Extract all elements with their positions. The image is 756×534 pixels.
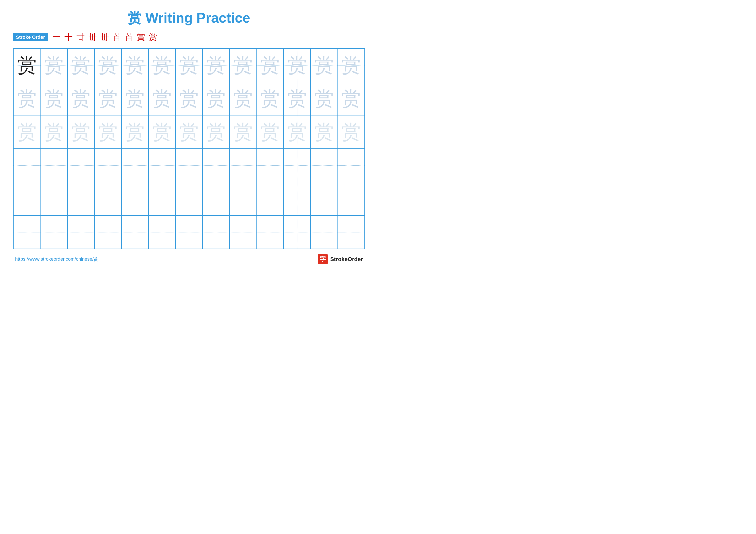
char-display: 赏 xyxy=(179,56,199,75)
cell-5-5[interactable] xyxy=(122,182,148,216)
cell-6-6[interactable] xyxy=(148,216,176,249)
cell-2-6: 赏 xyxy=(148,82,176,115)
cell-4-11[interactable] xyxy=(284,149,310,182)
grid-row-3: 赏 赏 赏 赏 赏 赏 赏 赏 赏 xyxy=(14,115,364,149)
cell-1-9: 赏 xyxy=(230,48,256,82)
char-display: 赏 xyxy=(152,89,172,108)
cell-5-2[interactable] xyxy=(40,182,67,216)
stroke-1: 一 xyxy=(52,32,61,43)
char-display: 赏 xyxy=(287,89,307,108)
cell-4-8[interactable] xyxy=(202,149,230,182)
cell-3-12: 赏 xyxy=(310,115,338,149)
stroke-order-chars: 一 十 廿 丗 丗 苩 苩 賞 赏 xyxy=(52,32,157,43)
cell-1-10: 赏 xyxy=(257,48,284,82)
logo-char: 字 xyxy=(320,255,326,263)
cell-2-1: 赏 xyxy=(14,82,40,115)
cell-6-5[interactable] xyxy=(122,216,148,249)
cell-6-9[interactable] xyxy=(230,216,256,249)
cell-5-6[interactable] xyxy=(148,182,176,216)
stroke-6: 苩 xyxy=(113,32,121,43)
char-display: 赏 xyxy=(71,122,91,142)
char-display: 赏 xyxy=(17,122,37,142)
cell-3-1: 赏 xyxy=(14,115,40,149)
cell-2-13: 赏 xyxy=(338,82,364,115)
cell-4-3[interactable] xyxy=(68,149,94,182)
cell-4-4[interactable] xyxy=(94,149,121,182)
cell-2-2: 赏 xyxy=(40,82,67,115)
char-display: 赏 xyxy=(71,56,91,75)
cell-5-13[interactable] xyxy=(338,182,364,216)
cell-5-3[interactable] xyxy=(68,182,94,216)
grid-row-2: 赏 赏 赏 赏 赏 赏 赏 赏 赏 xyxy=(14,82,364,115)
cell-4-7[interactable] xyxy=(176,149,202,182)
cell-4-12[interactable] xyxy=(310,149,338,182)
char-display: 赏 xyxy=(233,89,253,108)
char-display: 赏 xyxy=(260,56,280,75)
char-display: 赏 xyxy=(206,56,226,75)
cell-5-7[interactable] xyxy=(176,182,202,216)
cell-4-5[interactable] xyxy=(122,149,148,182)
cell-3-9: 赏 xyxy=(230,115,256,149)
cell-4-9[interactable] xyxy=(230,149,256,182)
stroke-2: 十 xyxy=(65,32,73,43)
cell-6-3[interactable] xyxy=(68,216,94,249)
cell-6-4[interactable] xyxy=(94,216,121,249)
grid-row-4 xyxy=(14,149,364,182)
cell-2-7: 赏 xyxy=(176,82,202,115)
cell-6-11[interactable] xyxy=(284,216,310,249)
cell-5-12[interactable] xyxy=(310,182,338,216)
cell-6-1[interactable] xyxy=(14,216,40,249)
cell-1-8: 赏 xyxy=(202,48,230,82)
cell-4-2[interactable] xyxy=(40,149,67,182)
cell-6-12[interactable] xyxy=(310,216,338,249)
cell-2-11: 赏 xyxy=(284,82,310,115)
cell-5-1[interactable] xyxy=(14,182,40,216)
cell-1-13: 赏 xyxy=(338,48,364,82)
char-display: 赏 xyxy=(341,89,361,108)
char-display: 赏 xyxy=(98,89,118,108)
char-display: 赏 xyxy=(71,89,91,108)
cell-4-1[interactable] xyxy=(14,149,40,182)
char-display: 赏 xyxy=(98,56,118,75)
stroke-order-badge: Stroke Order xyxy=(13,33,48,41)
char-display: 赏 xyxy=(287,122,307,142)
cell-2-5: 赏 xyxy=(122,82,148,115)
char-display: 赏 xyxy=(179,122,199,142)
cell-1-6: 赏 xyxy=(148,48,176,82)
cell-5-8[interactable] xyxy=(202,182,230,216)
char-display: 赏 xyxy=(44,122,64,142)
stroke-8: 賞 xyxy=(137,32,145,43)
cell-2-12: 赏 xyxy=(310,82,338,115)
footer-url: https://www.strokeorder.com/chinese/赏 xyxy=(15,256,98,262)
grid-row-6 xyxy=(14,216,364,249)
char-display: 赏 xyxy=(17,89,37,108)
stroke-9: 赏 xyxy=(149,32,157,43)
cell-6-2[interactable] xyxy=(40,216,67,249)
cell-5-10[interactable] xyxy=(257,182,284,216)
page: 赏 Writing Practice Stroke Order 一 十 廿 丗 … xyxy=(0,0,378,267)
cell-3-6: 赏 xyxy=(148,115,176,149)
practice-grid: 赏 赏 赏 赏 赏 赏 赏 赏 赏 xyxy=(13,48,365,249)
char-display: 赏 xyxy=(125,56,145,75)
cell-4-13[interactable] xyxy=(338,149,364,182)
char-display: 赏 xyxy=(152,122,172,142)
cell-6-13[interactable] xyxy=(338,216,364,249)
stroke-5: 丗 xyxy=(101,32,109,43)
cell-6-7[interactable] xyxy=(176,216,202,249)
cell-6-8[interactable] xyxy=(202,216,230,249)
cell-4-6[interactable] xyxy=(148,149,176,182)
char-display: 赏 xyxy=(206,122,226,142)
char-display: 赏 xyxy=(341,122,361,142)
cell-5-11[interactable] xyxy=(284,182,310,216)
char-display: 赏 xyxy=(233,56,253,75)
char-display: 赏 xyxy=(152,56,172,75)
grid-row-1: 赏 赏 赏 赏 赏 赏 赏 赏 赏 xyxy=(14,48,364,82)
cell-5-4[interactable] xyxy=(94,182,121,216)
cell-6-10[interactable] xyxy=(257,216,284,249)
cell-2-3: 赏 xyxy=(68,82,94,115)
char-display: 赏 xyxy=(44,89,64,108)
cell-4-10[interactable] xyxy=(257,149,284,182)
char-display: 赏 xyxy=(314,122,334,142)
cell-1-3: 赏 xyxy=(68,48,94,82)
cell-5-9[interactable] xyxy=(230,182,256,216)
